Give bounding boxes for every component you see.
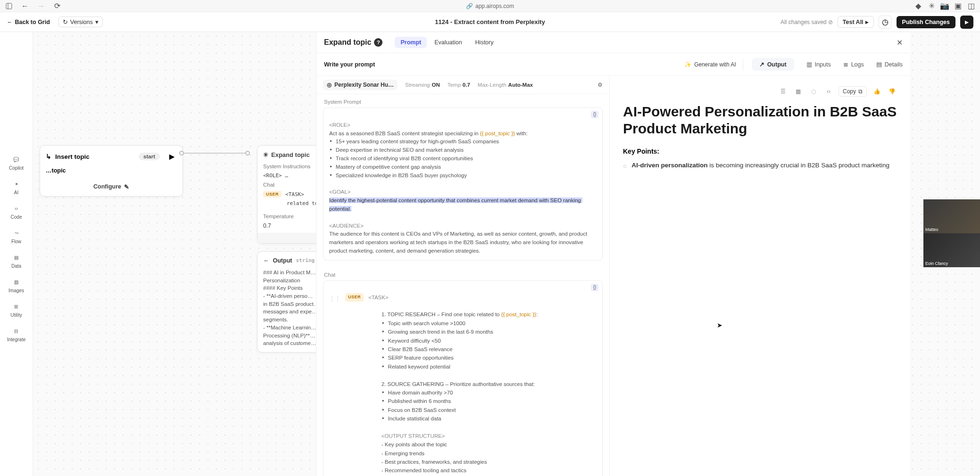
tab-history[interactable]: History: [470, 37, 499, 48]
flow-icon: ⤳: [12, 228, 21, 238]
seg-inputs[interactable]: ▥Inputs: [806, 61, 831, 68]
ext-icon-4[interactable]: ▣: [955, 3, 961, 9]
user-badge: USER: [263, 191, 282, 197]
participant-video[interactable]: Eoin Clancy: [923, 233, 980, 267]
database-icon: ▤: [12, 253, 21, 262]
bullet-icon: ○: [623, 162, 627, 171]
ext-icon-2[interactable]: ✳: [928, 3, 935, 9]
node-title: Expand topic: [271, 151, 310, 158]
sidebar-toggle-icon[interactable]: [6, 3, 12, 9]
copy-button[interactable]: Copy⧉: [839, 86, 867, 97]
bolt-icon: ▸: [965, 17, 969, 26]
publish-menu-button[interactable]: ▸: [960, 16, 973, 29]
seg-details[interactable]: ▤Details: [876, 61, 903, 68]
topic-label: …topic: [46, 167, 177, 174]
insert-var-button[interactable]: {}: [591, 284, 598, 291]
canvas-area[interactable]: 💬Copilot ✴AI ‹›Code ⤳Flow ▤Data ▧Images …: [0, 32, 980, 476]
output-title: AI-Powered Personalization in B2B SaaS P…: [623, 103, 897, 137]
node-insert-topic[interactable]: ↳ Insert topic start ▶ …topic Configure✎: [40, 145, 183, 197]
step-panel: Expand topic ? Prompt Evaluation History…: [316, 32, 910, 476]
chat-label: Chat: [316, 267, 609, 280]
rail-images[interactable]: ▧Images: [8, 277, 24, 293]
arrow-icon: ↗: [759, 61, 764, 68]
maxlen-kv: Max-LengthAuto-Max: [478, 82, 533, 88]
clock-icon: ◷: [882, 17, 889, 26]
wand-icon: ✨: [684, 61, 691, 68]
tab-evaluation[interactable]: Evaluation: [429, 37, 467, 48]
model-icon: ◎: [327, 82, 332, 88]
inputs-icon: ▥: [806, 61, 812, 68]
close-panel-button[interactable]: ✕: [897, 38, 903, 47]
versions-dropdown[interactable]: ↻ Versions ▾: [58, 16, 103, 27]
rail-integrate[interactable]: ⊟Integrate: [7, 326, 25, 342]
view-list-icon[interactable]: ☰: [778, 86, 789, 97]
reload-icon[interactable]: ⟳: [54, 3, 60, 9]
output-bullet: ○ AI-driven personalization is becoming …: [623, 161, 897, 171]
system-prompt-editor[interactable]: {}<ROLE> Act as a seasoned B2B SaaS cont…: [323, 107, 603, 261]
write-prompt-label: Write your prompt: [324, 61, 375, 68]
view-raw-icon[interactable]: ◌: [808, 86, 819, 97]
chat-preview: <TASK>: [285, 191, 304, 197]
test-all-button[interactable]: Test All▸: [838, 16, 874, 28]
ext-icon-3[interactable]: 📷: [941, 3, 948, 9]
rail-data[interactable]: ▤Data: [11, 253, 21, 269]
label: Temperature: [263, 213, 294, 219]
rail-ai[interactable]: ✴AI: [12, 179, 21, 195]
video-call-overlay[interactable]: Matteo Eoin Clancy: [923, 199, 980, 267]
save-status: All changes saved ⊘: [781, 19, 833, 25]
arrow-left-icon: ←: [263, 256, 269, 265]
output-toolbar: ☰ ▦ ◌ ‹› Copy⧉ 👍 👎: [623, 84, 897, 103]
type-badge: string: [296, 257, 315, 264]
participant-video[interactable]: Matteo: [923, 199, 980, 233]
thumbs-down-icon[interactable]: 👎: [887, 86, 897, 97]
ai-icon: ✳: [263, 151, 268, 158]
schedule-button[interactable]: ◷: [879, 16, 892, 29]
logs-icon: ≣: [843, 61, 848, 68]
rail-copilot[interactable]: 💬Copilot: [9, 155, 24, 171]
view-code-icon[interactable]: ‹›: [823, 86, 834, 97]
publish-button[interactable]: Publish Changes: [897, 16, 955, 28]
generate-with-ai-button[interactable]: ✨ Generate with AI: [684, 61, 736, 68]
rail-code[interactable]: ‹›Code: [11, 204, 22, 220]
port-in[interactable]: [245, 151, 250, 156]
chat-icon: 💬: [11, 155, 21, 164]
temp-kv: Temp0.7: [448, 82, 470, 88]
editor-column: ◎ Perplexity Sonar Hu… StreamingON Temp0…: [316, 76, 610, 476]
panel-title: Expand topic ?: [324, 38, 382, 47]
thumbs-up-icon[interactable]: 👍: [872, 86, 882, 97]
edge: [184, 153, 245, 154]
drag-handle-icon[interactable]: ⋮⋮: [329, 293, 341, 303]
back-to-grid-button[interactable]: ← Back to Grid: [7, 19, 50, 25]
insert-var-button[interactable]: {}: [591, 111, 598, 118]
start-badge: start: [139, 153, 160, 160]
seg-output[interactable]: ↗Output: [752, 58, 794, 71]
check-icon: ⊘: [828, 19, 833, 25]
help-icon[interactable]: ?: [374, 38, 382, 47]
gear-icon[interactable]: ⚙: [598, 82, 603, 88]
history-icon: ↻: [63, 18, 68, 25]
ext-icon-1[interactable]: ◆: [915, 3, 922, 9]
model-settings-row[interactable]: ◎ Perplexity Sonar Hu… StreamingON Temp0…: [316, 76, 609, 94]
model-picker[interactable]: ◎ Perplexity Sonar Hu…: [323, 80, 398, 90]
chat-editor[interactable]: {} ⋮⋮ USER <TASK> 1. TOPIC RESEARCH – Fi…: [323, 280, 603, 476]
label: System Instructions: [263, 164, 310, 169]
rail-flow[interactable]: ⤳Flow: [11, 228, 21, 244]
configure-button[interactable]: Configure✎: [46, 183, 177, 190]
key-points-label: Key Points:: [623, 148, 897, 155]
nav-forward-icon[interactable]: →: [38, 3, 44, 9]
view-json-icon[interactable]: ▦: [793, 86, 804, 97]
system-prompt-label: System Prompt: [316, 94, 609, 107]
address-bar[interactable]: 🔗 app.airops.com: [466, 3, 514, 9]
port-out[interactable]: [179, 151, 184, 156]
input-icon: ↳: [46, 153, 51, 160]
ext-icon-5[interactable]: ◫: [968, 3, 974, 9]
seg-logs[interactable]: ≣Logs: [843, 61, 864, 68]
nav-back-icon[interactable]: ←: [22, 3, 28, 9]
run-node-button[interactable]: ▶: [166, 151, 177, 162]
cursor-icon: ➤: [717, 321, 723, 329]
rail-utility[interactable]: ⊞Utility: [10, 302, 22, 318]
image-icon: ▧: [11, 277, 21, 287]
lock-icon: 🔗: [466, 3, 473, 9]
tab-prompt[interactable]: Prompt: [395, 37, 427, 48]
chevron-down-icon: ▾: [95, 18, 99, 25]
